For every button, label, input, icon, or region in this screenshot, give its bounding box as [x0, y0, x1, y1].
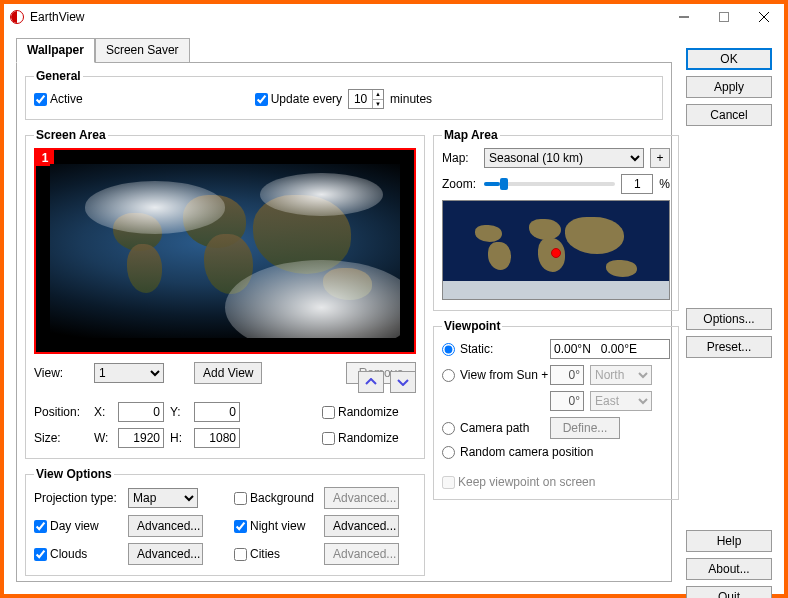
map-area-legend: Map Area — [442, 128, 500, 142]
night-view-checkbox[interactable]: Night view — [234, 519, 324, 533]
tab-screen-saver[interactable]: Screen Saver — [95, 38, 190, 63]
camera-label: Camera path — [460, 421, 550, 435]
unit-label: minutes — [390, 92, 432, 106]
sun-deg1-input — [550, 365, 584, 385]
tab-wallpaper[interactable]: Wallpaper — [16, 38, 95, 63]
size-label: Size: — [34, 431, 94, 445]
y-input[interactable] — [194, 402, 240, 422]
cities-advanced-button: Advanced... — [324, 543, 399, 565]
options-button[interactable]: Options... — [686, 308, 772, 330]
group-general: General Active Update every ▲ ▼ minutes — [25, 69, 663, 120]
random-label: Random camera position — [460, 445, 670, 459]
add-view-button[interactable]: Add View — [194, 362, 262, 384]
sun-radio[interactable] — [442, 369, 460, 382]
define-button: Define... — [550, 417, 620, 439]
earth-preview — [50, 164, 400, 338]
position-randomize-checkbox[interactable]: Randomize — [322, 405, 416, 419]
cities-checkbox[interactable]: Cities — [234, 547, 324, 561]
map-select[interactable]: Seasonal (10 km) — [484, 148, 644, 168]
day-advanced-button[interactable]: Advanced... — [128, 515, 203, 537]
day-view-checkbox[interactable]: Day view — [34, 519, 128, 533]
view-label: View: — [34, 366, 94, 380]
minimize-button[interactable] — [664, 4, 704, 30]
random-radio[interactable] — [442, 446, 460, 459]
sun-label: View from Sun + — [460, 368, 550, 382]
interval-spin-up-icon[interactable]: ▲ — [373, 90, 383, 99]
static-input[interactable] — [550, 339, 670, 359]
background-checkbox[interactable]: Background — [234, 491, 324, 505]
keep-viewpoint-checkbox: Keep viewpoint on screen — [442, 475, 670, 489]
interval-spin-down-icon[interactable]: ▼ — [373, 99, 383, 109]
projection-label: Projection type: — [34, 491, 128, 505]
h-input[interactable] — [194, 428, 240, 448]
background-advanced-button: Advanced... — [324, 487, 399, 509]
sun-deg2-input — [550, 391, 584, 411]
group-viewpoint: Viewpoint Static: View from Sun + North — [433, 319, 679, 500]
map-add-button[interactable]: + — [650, 148, 670, 168]
position-label: Position: — [34, 405, 94, 419]
night-advanced-button[interactable]: Advanced... — [324, 515, 399, 537]
about-button[interactable]: About... — [686, 558, 772, 580]
x-label: X: — [94, 405, 118, 419]
close-button[interactable] — [744, 4, 784, 30]
minimap[interactable] — [442, 200, 670, 300]
update-every-checkbox[interactable]: Update every — [255, 92, 342, 106]
zoom-unit: % — [659, 177, 670, 191]
group-map-area: Map Area Map: Seasonal (10 km) + Zoom: % — [433, 128, 679, 311]
viewpoint-legend: Viewpoint — [442, 319, 502, 333]
apply-button[interactable]: Apply — [686, 76, 772, 98]
zoom-slider[interactable] — [484, 182, 615, 186]
w-label: W: — [94, 431, 118, 445]
window-title: EarthView — [30, 10, 664, 24]
ok-button[interactable]: OK — [686, 48, 772, 70]
help-button[interactable]: Help — [686, 530, 772, 552]
app-icon — [10, 10, 24, 24]
view-select[interactable]: 1 — [94, 363, 164, 383]
camera-radio[interactable] — [442, 422, 460, 435]
screen-preview[interactable]: 1 — [34, 148, 416, 354]
clouds-checkbox[interactable]: Clouds — [34, 547, 128, 561]
projection-select[interactable]: Map — [128, 488, 198, 508]
view-options-legend: View Options — [34, 467, 114, 481]
cancel-button[interactable]: Cancel — [686, 104, 772, 126]
group-view-options: View Options Projection type: Map Backgr… — [25, 467, 425, 576]
maximize-button[interactable] — [704, 4, 744, 30]
zoom-input[interactable] — [621, 174, 653, 194]
y-label: Y: — [170, 405, 194, 419]
x-input[interactable] — [118, 402, 164, 422]
map-label: Map: — [442, 151, 478, 165]
sun-dir1-select: North — [590, 365, 652, 385]
move-down-button[interactable] — [390, 371, 416, 393]
quit-button[interactable]: Quit — [686, 586, 772, 598]
group-screen-area: Screen Area 1 — [25, 128, 425, 459]
h-label: H: — [170, 431, 194, 445]
active-checkbox[interactable]: Active — [34, 92, 83, 106]
move-up-button[interactable] — [358, 371, 384, 393]
zoom-label: Zoom: — [442, 177, 478, 191]
static-radio[interactable] — [442, 343, 460, 356]
general-legend: General — [34, 69, 83, 83]
size-randomize-checkbox[interactable]: Randomize — [322, 431, 416, 445]
svg-rect-1 — [720, 13, 729, 22]
w-input[interactable] — [118, 428, 164, 448]
screen-area-legend: Screen Area — [34, 128, 108, 142]
clouds-advanced-button[interactable]: Advanced... — [128, 543, 203, 565]
sun-dir2-select: East — [590, 391, 652, 411]
preset-button[interactable]: Preset... — [686, 336, 772, 358]
static-label: Static: — [460, 342, 550, 356]
